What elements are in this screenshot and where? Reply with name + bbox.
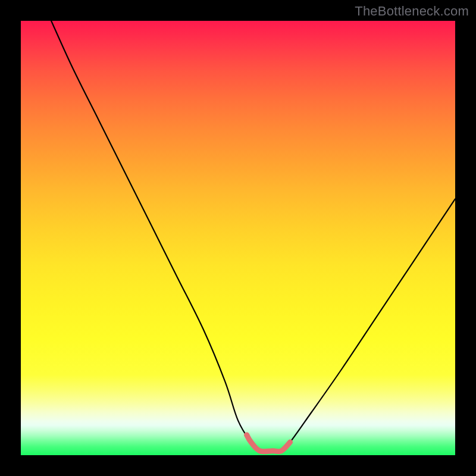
chart-frame: TheBottleneck.com	[0, 0, 476, 476]
bottleneck-curve-path	[51, 21, 455, 452]
plot-area	[21, 21, 455, 455]
curve-layer	[21, 21, 455, 455]
watermark-label: TheBottleneck.com	[355, 4, 469, 19]
flat-segment-highlight	[247, 435, 290, 452]
